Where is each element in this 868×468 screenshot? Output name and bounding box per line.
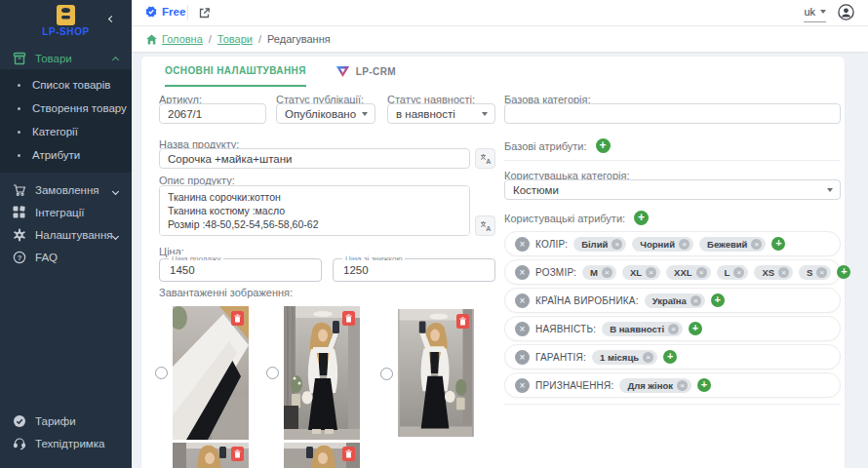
- tab-main-settings[interactable]: ОСНОВНІ НАЛАШТУВАННЯ: [165, 65, 306, 87]
- product-photo-closeup: [173, 306, 249, 440]
- attribute-row: ×РОЗМІР:M×XL×XXL×L×XS×S×+: [504, 259, 841, 285]
- avatar[interactable]: [838, 4, 854, 24]
- translate-description-button[interactable]: A: [475, 215, 495, 236]
- sidebar-item-tariffs[interactable]: Тарифи: [0, 410, 132, 432]
- image-radio[interactable]: [380, 368, 393, 380]
- remove-value-icon[interactable]: ×: [778, 267, 789, 278]
- breadcrumb-separator: /: [258, 33, 261, 45]
- topbar-divider: [187, 5, 188, 20]
- attribute-value-chip: Для жінок×: [619, 378, 691, 393]
- add-value-button[interactable]: +: [663, 350, 677, 364]
- sidebar-item-product-list[interactable]: Список товарів: [0, 73, 132, 97]
- image-radio[interactable]: [266, 367, 279, 379]
- remove-attribute-icon[interactable]: ×: [515, 237, 530, 252]
- sidebar-collapse-icon[interactable]: [109, 8, 123, 21]
- add-value-button[interactable]: +: [771, 237, 785, 251]
- delete-image-button[interactable]: [342, 311, 355, 326]
- product-name-input[interactable]: [159, 148, 470, 169]
- attribute-value-chip: XS×: [754, 265, 793, 280]
- add-value-button[interactable]: +: [711, 293, 725, 307]
- sidebar-item-settings[interactable]: Налаштування: [0, 223, 132, 246]
- svg-text:A: A: [486, 225, 491, 232]
- sale-price-input[interactable]: [161, 260, 320, 280]
- remove-attribute-icon[interactable]: ×: [515, 378, 530, 393]
- sidebar-item-label: Техпідтримка: [35, 438, 104, 449]
- attribute-value-chip: Україна×: [645, 293, 705, 308]
- breadcrumb-products-link[interactable]: Товари: [217, 33, 253, 45]
- add-value-button[interactable]: +: [689, 322, 702, 335]
- remove-value-icon[interactable]: ×: [679, 239, 690, 250]
- remove-value-icon[interactable]: ×: [733, 267, 744, 278]
- cart-icon: [12, 182, 26, 197]
- delete-image-button[interactable]: [342, 447, 355, 461]
- attribute-value-label: XL: [630, 267, 642, 278]
- avail-status-value: в наявності: [396, 108, 455, 120]
- remove-value-icon[interactable]: ×: [602, 267, 612, 278]
- add-base-attribute-button[interactable]: +: [596, 138, 611, 153]
- avail-status-select[interactable]: в наявності: [387, 103, 495, 124]
- breadcrumb-home-link[interactable]: Головна: [162, 33, 203, 45]
- sidebar-item-attributes[interactable]: Атрибути: [0, 143, 132, 167]
- product-photo-full-4: [284, 443, 360, 468]
- verified-badge-icon: [144, 5, 158, 19]
- custom-category-select[interactable]: Костюми: [504, 179, 841, 200]
- attribute-value-label: XS: [762, 267, 774, 278]
- add-custom-attribute-button[interactable]: +: [634, 211, 649, 225]
- sale-price-field: Ціна продажу: [159, 258, 322, 282]
- discount-price-input[interactable]: [335, 260, 493, 280]
- delete-image-button[interactable]: [231, 311, 244, 326]
- attribute-value-chip: XXL×: [666, 265, 710, 280]
- description-textarea[interactable]: Тканина сорочки:коттон Тканина костюму :…: [159, 185, 470, 236]
- attribute-name: КРАЇНА ВИРОБНИКА:: [535, 295, 639, 306]
- add-value-button[interactable]: +: [697, 378, 711, 392]
- discount-price-field: Ціна зі знижкою: [333, 258, 495, 282]
- gear-icon: [12, 227, 26, 242]
- svg-text:A: A: [486, 158, 491, 165]
- sidebar-item-faq[interactable]: ? FAQ: [0, 246, 132, 268]
- remove-attribute-icon[interactable]: ×: [515, 293, 530, 308]
- sidebar-item-orders[interactable]: Замовлення: [0, 178, 132, 201]
- remove-value-icon[interactable]: ×: [643, 352, 653, 363]
- translate-name-button[interactable]: A: [475, 148, 495, 169]
- sidebar-item-products[interactable]: Товари: [0, 47, 132, 69]
- delete-image-button[interactable]: [456, 314, 469, 329]
- remove-attribute-icon[interactable]: ×: [515, 322, 530, 336]
- plan-badge[interactable]: Free: [144, 5, 185, 19]
- remove-value-icon[interactable]: ×: [677, 380, 688, 391]
- attribute-value-label: L: [725, 267, 730, 278]
- remove-value-icon[interactable]: ×: [696, 267, 707, 278]
- sku-input[interactable]: [159, 103, 266, 124]
- sub-item-label: Атрибути: [32, 149, 80, 161]
- divider: [504, 160, 841, 161]
- pub-status-select[interactable]: Опубліковано: [276, 103, 375, 124]
- home-icon: [146, 34, 157, 45]
- attribute-value-chip: M×: [582, 265, 616, 280]
- remove-value-icon[interactable]: ×: [612, 239, 622, 250]
- tab-label: LP-CRM: [356, 66, 396, 77]
- sidebar-item-support[interactable]: Техпідтримка: [0, 432, 132, 454]
- remove-value-icon[interactable]: ×: [690, 295, 701, 306]
- remove-value-icon[interactable]: ×: [646, 267, 656, 278]
- products-submenu: Список товарів Створення товару Категорі…: [0, 69, 132, 173]
- sub-item-label: Категорії: [32, 126, 78, 137]
- product-photo-full-3: [173, 443, 249, 468]
- image-cell: [155, 306, 256, 440]
- add-value-button[interactable]: +: [837, 265, 850, 279]
- remove-value-icon[interactable]: ×: [751, 239, 762, 250]
- tab-lp-crm[interactable]: LP-CRM: [335, 65, 396, 87]
- language-selector[interactable]: uk: [804, 6, 826, 22]
- remove-attribute-icon[interactable]: ×: [515, 350, 530, 365]
- external-link-icon[interactable]: [198, 6, 211, 23]
- attribute-value-chip: S×: [799, 265, 831, 280]
- remove-value-icon[interactable]: ×: [816, 267, 827, 278]
- attribute-value-label: Чорний: [640, 239, 675, 250]
- image-radio[interactable]: [155, 367, 168, 379]
- sidebar-item-integrations[interactable]: Інтеграції: [0, 201, 132, 223]
- remove-value-icon[interactable]: ×: [668, 324, 679, 334]
- delete-image-button[interactable]: [231, 447, 244, 461]
- sidebar-item-categories[interactable]: Категорії: [0, 120, 132, 143]
- sidebar-item-product-create[interactable]: Створення товару: [0, 97, 132, 120]
- base-category-input[interactable]: [504, 103, 841, 124]
- caret-down-icon: [482, 112, 488, 116]
- remove-attribute-icon[interactable]: ×: [515, 265, 530, 280]
